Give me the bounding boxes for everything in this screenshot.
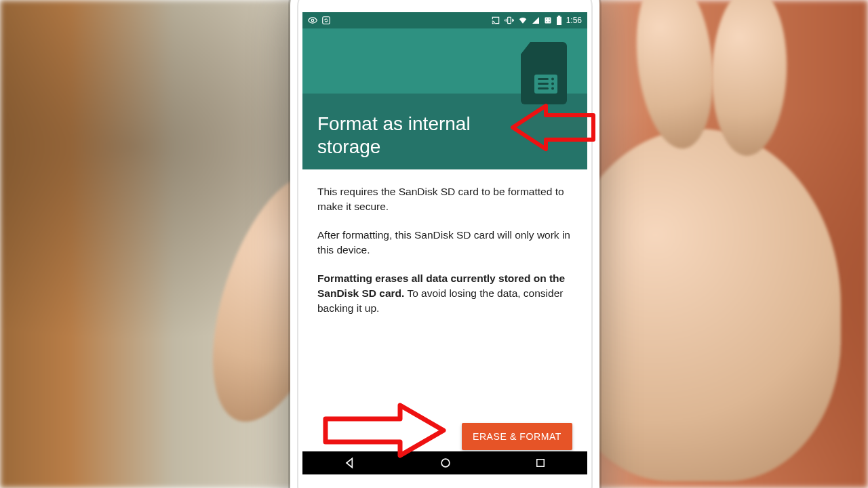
- svg-point-12: [551, 78, 554, 81]
- button-bar: ERASE & FORMAT: [302, 423, 587, 450]
- erase-format-button[interactable]: ERASE & FORMAT: [462, 423, 572, 450]
- svg-rect-11: [538, 87, 549, 89]
- eye-icon: [308, 16, 317, 25]
- svg-point-13: [551, 83, 554, 85]
- svg-rect-1: [323, 17, 330, 24]
- svg-point-14: [551, 87, 554, 90]
- body-text: This requires the SanDisk SD card to be …: [302, 169, 587, 316]
- svg-point-0: [311, 19, 314, 22]
- status-bar: 1:56: [302, 12, 587, 28]
- page-title: Format as internal storage: [317, 113, 513, 159]
- svg-point-4: [546, 18, 547, 20]
- svg-rect-10: [538, 83, 549, 85]
- android-nav-bar: [302, 451, 587, 474]
- wifi-icon: [518, 16, 528, 25]
- svg-point-6: [546, 21, 547, 22]
- svg-point-15: [441, 459, 450, 467]
- nav-home-icon[interactable]: [439, 456, 452, 470]
- battery-icon: [556, 16, 562, 25]
- svg-rect-2: [507, 17, 511, 23]
- paragraph-3: Formatting erases all data currently sto…: [317, 271, 572, 316]
- status-time: 1:56: [566, 16, 582, 25]
- nfc-icon: [544, 16, 552, 24]
- paragraph-1: This requires the SanDisk SD card to be …: [317, 184, 572, 214]
- header-banner: Format as internal storage: [302, 28, 587, 169]
- sync-icon: [321, 16, 331, 25]
- signal-icon: [532, 16, 540, 24]
- svg-rect-9: [538, 78, 549, 80]
- cast-icon: [491, 16, 500, 25]
- svg-point-7: [549, 21, 550, 22]
- phone-screen: 1:56 Format as internal storage This re: [302, 12, 587, 474]
- vibrate-icon: [505, 16, 514, 25]
- svg-rect-16: [536, 460, 544, 467]
- sd-card-icon: [518, 41, 570, 108]
- phone-frame: 1:56 Format as internal storage This re: [290, 0, 599, 488]
- nav-back-icon[interactable]: [343, 456, 357, 470]
- svg-point-5: [549, 18, 550, 20]
- svg-rect-3: [545, 18, 551, 24]
- nav-recent-icon[interactable]: [534, 457, 547, 469]
- paragraph-2: After formatting, this SanDisk SD card w…: [317, 228, 572, 258]
